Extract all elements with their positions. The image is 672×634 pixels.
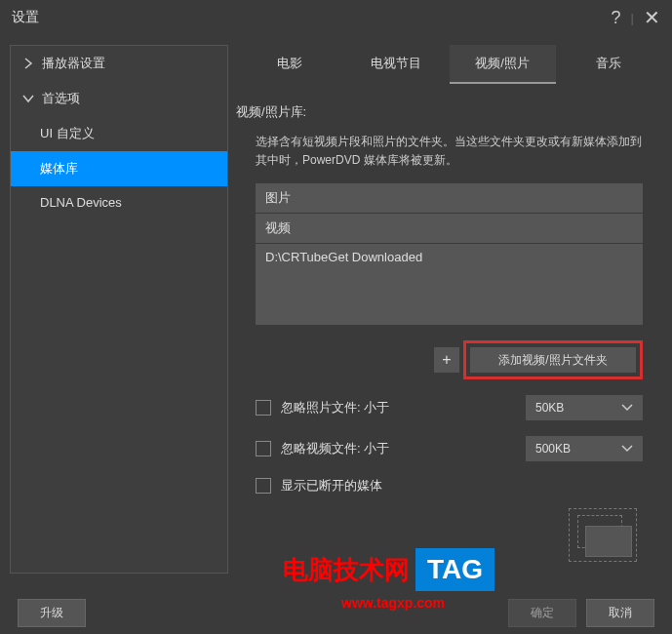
checkbox-ignore-photo[interactable] <box>256 400 271 416</box>
dropdown-value: 500KB <box>535 442 571 456</box>
chevron-down-icon <box>621 442 633 456</box>
folder-empty-row <box>256 270 643 297</box>
chevron-right-icon <box>22 58 34 69</box>
window-title: 设置 <box>12 9 39 26</box>
sidebar-item-label: DLNA Devices <box>40 195 122 210</box>
sidebar-item-player-settings[interactable]: 播放器设置 <box>11 46 227 81</box>
folder-item[interactable]: 图片 <box>256 183 643 213</box>
watermark-text: 电脑技术网 <box>283 553 410 587</box>
option-label: 忽略照片文件: 小于 <box>281 399 516 416</box>
tab-movies[interactable]: 电影 <box>236 45 342 84</box>
help-icon[interactable]: ? <box>612 8 621 28</box>
tab-tv[interactable]: 电视节目 <box>342 45 449 84</box>
add-folder-row: + 添加视频/照片文件夹 <box>236 325 662 387</box>
tab-bar: 电影 电视节目 视频/照片 音乐 <box>236 45 662 84</box>
option-label: 显示已断开的媒体 <box>281 477 643 495</box>
folder-list: 图片 视频 D:\CRTubeGet Downloaded <box>256 183 643 325</box>
chevron-down-icon <box>621 401 633 415</box>
cancel-button[interactable]: 取消 <box>586 599 654 627</box>
chevron-down-icon <box>22 93 34 104</box>
confirm-button[interactable]: 确定 <box>508 599 576 627</box>
folder-item[interactable]: 视频 <box>256 214 643 243</box>
button-group: 确定 取消 <box>508 599 654 627</box>
titlebar: 设置 ? | ✕ <box>0 0 672 35</box>
title-controls: ? | ✕ <box>612 6 660 29</box>
main-area: 播放器设置 首选项 UI 自定义 媒体库 DLNA Devices 电影 电视节… <box>0 35 672 583</box>
dropdown-photo-size[interactable]: 50KB <box>526 395 643 420</box>
bottom-bar: 升级 确定 取消 <box>0 591 672 634</box>
plus-icon[interactable]: + <box>434 347 459 373</box>
dropdown-video-size[interactable]: 500KB <box>526 436 643 461</box>
section-title: 视频/照片库: <box>236 96 662 129</box>
upgrade-button[interactable]: 升级 <box>18 599 86 627</box>
tab-video-photo[interactable]: 视频/照片 <box>450 45 556 84</box>
sidebar-item-label: 媒体库 <box>40 160 78 178</box>
thumbnail-preview-icon <box>569 508 637 562</box>
checkbox-show-disconnected[interactable] <box>256 478 271 494</box>
close-icon[interactable]: ✕ <box>644 6 660 29</box>
sidebar-item-media-library[interactable]: 媒体库 <box>11 151 227 186</box>
sidebar-item-dlna[interactable]: DLNA Devices <box>11 186 227 218</box>
sidebar-item-label: UI 自定义 <box>40 125 95 142</box>
add-folder-button[interactable]: 添加视频/照片文件夹 <box>470 347 636 373</box>
folder-empty-row <box>256 297 643 325</box>
checkbox-ignore-video[interactable] <box>256 441 271 456</box>
watermark: 电脑技术网 TAG <box>283 548 494 591</box>
watermark-tag: TAG <box>415 548 494 591</box>
add-highlight: 添加视频/照片文件夹 <box>463 340 643 379</box>
dropdown-value: 50KB <box>535 401 564 415</box>
option-label: 忽略视频文件: 小于 <box>281 440 516 457</box>
section-description: 选择含有短视频片段和照片的文件夹。当这些文件夹更改或有新媒体添加到其中时，Pow… <box>236 129 662 183</box>
folder-item[interactable]: D:\CRTubeGet Downloaded <box>256 244 643 270</box>
option-show-disconnected: 显示已断开的媒体 <box>236 469 662 502</box>
option-ignore-video: 忽略视频文件: 小于 500KB <box>236 428 662 469</box>
content-panel: 电影 电视节目 视频/照片 音乐 视频/照片库: 选择含有短视频片段和照片的文件… <box>236 45 662 574</box>
tab-music[interactable]: 音乐 <box>556 45 662 84</box>
option-ignore-photo: 忽略照片文件: 小于 50KB <box>236 387 662 428</box>
sidebar-item-ui-custom[interactable]: UI 自定义 <box>11 116 227 151</box>
separator: | <box>631 11 634 25</box>
sidebar: 播放器设置 首选项 UI 自定义 媒体库 DLNA Devices <box>10 45 228 574</box>
sidebar-item-label: 首选项 <box>42 90 80 107</box>
sidebar-item-label: 播放器设置 <box>42 55 105 72</box>
sidebar-item-preferences[interactable]: 首选项 <box>11 81 227 116</box>
